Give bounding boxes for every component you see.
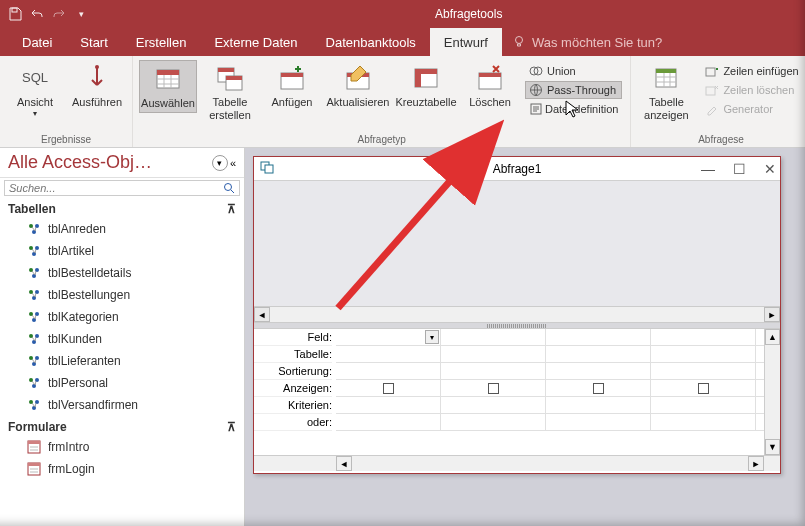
- tab-external-data[interactable]: Externe Daten: [200, 28, 311, 56]
- nav-search[interactable]: [4, 180, 240, 196]
- nav-item-table[interactable]: tblBestelldetails: [0, 262, 244, 284]
- scroll-left-icon[interactable]: ◄: [336, 456, 352, 471]
- chevron-down-icon: ▾: [33, 109, 37, 119]
- nav-category-tables[interactable]: Tabellen ⊼: [0, 198, 244, 218]
- show-checkbox[interactable]: [593, 383, 604, 394]
- tab-create[interactable]: Erstellen: [122, 28, 201, 56]
- tab-file[interactable]: Datei: [8, 28, 66, 56]
- show-table-button[interactable]: Tabelle anzeigen: [637, 60, 695, 124]
- show-checkbox[interactable]: [698, 383, 709, 394]
- nav-category-forms[interactable]: Formulare ⊼: [0, 416, 244, 436]
- grid-cells[interactable]: ▾: [336, 329, 764, 455]
- builder-icon: [705, 102, 719, 116]
- select-query-button[interactable]: Auswählen: [139, 60, 197, 113]
- nav-item-table[interactable]: tblArtikel: [0, 240, 244, 262]
- tab-home[interactable]: Start: [66, 28, 121, 56]
- redo-icon[interactable]: [50, 5, 68, 23]
- union-label: Union: [547, 65, 576, 77]
- svg-rect-15: [415, 74, 421, 87]
- passthrough-label: Pass-Through: [547, 84, 616, 96]
- maximize-icon[interactable]: ☐: [733, 161, 746, 177]
- builder-label: Generator: [723, 103, 773, 115]
- crosstab-label: Kreuztabelle: [395, 96, 456, 109]
- append-button[interactable]: Anfügen: [263, 60, 321, 111]
- linked-table-icon: [26, 287, 42, 303]
- delete-icon: [476, 64, 504, 92]
- show-checkbox[interactable]: [488, 383, 499, 394]
- svg-rect-0: [12, 8, 17, 12]
- show-checkbox[interactable]: [383, 383, 394, 394]
- insert-rows-button[interactable]: Zeilen einfügen: [701, 62, 802, 80]
- save-icon[interactable]: [6, 5, 24, 23]
- query-design-grid: Feld: Tabelle: Sortierung: Anzeigen: Kri…: [254, 329, 780, 455]
- select-label: Auswählen: [141, 97, 195, 110]
- nav-item-table[interactable]: tblLieferanten: [0, 350, 244, 372]
- nav-title[interactable]: Alle Access-Obj…: [8, 152, 152, 173]
- tab-design[interactable]: Entwurf: [430, 28, 502, 56]
- nav-item-label: tblKategorien: [48, 310, 119, 324]
- nav-item-table[interactable]: tblAnreden: [0, 218, 244, 240]
- nav-item-table[interactable]: tblKunden: [0, 328, 244, 350]
- crosstab-button[interactable]: Kreuztabelle: [395, 60, 457, 111]
- grid-hscrollbar[interactable]: ◄ ►: [254, 455, 780, 471]
- ribbon-group-results: SQL Ansicht ▾ Ausführen Ergebnisse: [0, 56, 133, 147]
- nav-filter-dropdown-icon[interactable]: ▾: [212, 155, 228, 171]
- form-icon: [26, 461, 42, 477]
- update-label: Aktualisieren: [327, 96, 390, 109]
- nav-item-form[interactable]: frmLogin: [0, 458, 244, 480]
- undo-icon[interactable]: [28, 5, 46, 23]
- minimize-icon[interactable]: —: [701, 161, 715, 177]
- query-window-titlebar[interactable]: Abfrage1 — ☐ ✕: [254, 157, 780, 181]
- row-label-field: Feld:: [254, 329, 332, 346]
- mdi-area: Abfrage1 — ☐ ✕ ◄ ► Feld: Tabelle: Sortie: [245, 148, 805, 526]
- close-icon[interactable]: ✕: [764, 161, 776, 177]
- svg-rect-10: [281, 73, 303, 77]
- run-button[interactable]: Ausführen: [68, 60, 126, 111]
- qat-dropdown-icon[interactable]: ▾: [72, 5, 90, 23]
- view-button[interactable]: SQL Ansicht ▾: [6, 60, 64, 121]
- passthrough-button[interactable]: Pass-Through: [525, 81, 622, 99]
- navigation-pane: Alle Access-Obj… ▾ « Tabellen ⊼ tblAnred…: [0, 148, 245, 526]
- diagram-hscrollbar[interactable]: ◄ ►: [254, 306, 780, 322]
- grid-vscrollbar[interactable]: ▲ ▼: [764, 329, 780, 455]
- svg-point-26: [225, 184, 232, 191]
- nav-item-table[interactable]: tblVersandfirmen: [0, 394, 244, 416]
- nav-item-form[interactable]: frmIntro: [0, 436, 244, 458]
- nav-item-table[interactable]: tblPersonal: [0, 372, 244, 394]
- nav-cat-tables-label: Tabellen: [8, 202, 56, 216]
- ribbon-group-querytype: Auswählen Tabelle erstellen Anfügen Aktu…: [133, 56, 631, 147]
- run-label: Ausführen: [72, 96, 122, 109]
- scroll-left-icon[interactable]: ◄: [254, 307, 270, 322]
- nav-item-table[interactable]: tblKategorien: [0, 306, 244, 328]
- crosstab-icon: [412, 64, 440, 92]
- union-button[interactable]: Union: [525, 62, 622, 80]
- nav-item-label: tblBestellungen: [48, 288, 130, 302]
- nav-collapse-icon[interactable]: «: [230, 157, 236, 169]
- nav-item-table[interactable]: tblBestellungen: [0, 284, 244, 306]
- nav-item-label: tblBestelldetails: [48, 266, 131, 280]
- svg-rect-8: [226, 76, 242, 80]
- linked-table-icon: [26, 353, 42, 369]
- tell-me-search[interactable]: Was möchten Sie tun?: [512, 35, 662, 50]
- scroll-right-icon[interactable]: ►: [764, 307, 780, 322]
- delete-button[interactable]: Löschen: [461, 60, 519, 111]
- field-dropdown-icon[interactable]: ▾: [425, 330, 439, 344]
- ribbon-group-setup: Tabelle anzeigen Zeilen einfügen Zeilen …: [631, 56, 805, 147]
- scroll-right-icon[interactable]: ►: [748, 456, 764, 471]
- title-bar: ▾ Abfragetools: [0, 0, 805, 28]
- svg-rect-17: [479, 73, 501, 77]
- group-label-querytype: Abfragetyp: [139, 132, 624, 145]
- scroll-down-icon[interactable]: ▼: [765, 439, 780, 455]
- query-diagram-pane[interactable]: ◄ ►: [254, 181, 780, 323]
- linked-table-icon: [26, 331, 42, 347]
- svg-point-1: [515, 37, 522, 44]
- update-button[interactable]: Aktualisieren: [325, 60, 391, 111]
- scroll-up-icon[interactable]: ▲: [765, 329, 780, 345]
- svg-point-2: [95, 65, 99, 69]
- nav-search-input[interactable]: [9, 182, 223, 194]
- tab-database-tools[interactable]: Datenbanktools: [312, 28, 430, 56]
- row-label-table: Tabelle:: [254, 346, 332, 363]
- maketable-label: Tabelle erstellen: [203, 96, 257, 122]
- nav-header: Alle Access-Obj… ▾ «: [0, 148, 244, 178]
- make-table-button[interactable]: Tabelle erstellen: [201, 60, 259, 124]
